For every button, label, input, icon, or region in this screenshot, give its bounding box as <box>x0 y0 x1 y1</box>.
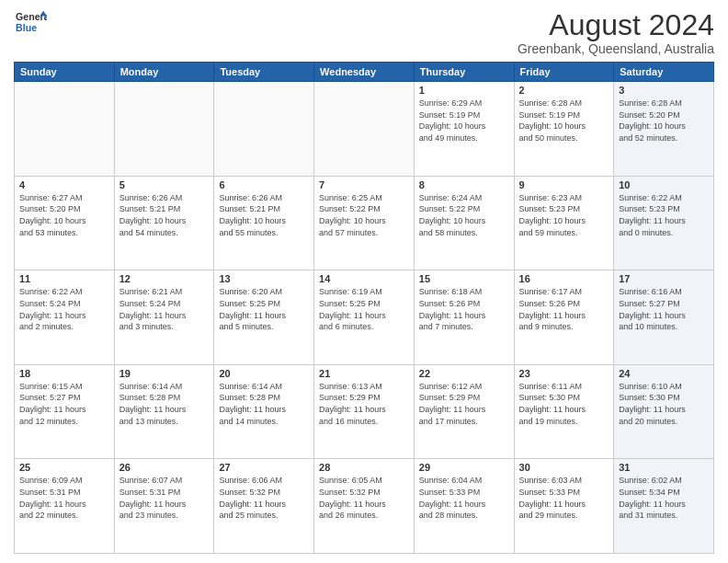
cell-info-text: Sunrise: 6:15 AMSunset: 5:27 PMDaylight:… <box>19 381 109 427</box>
cell-info-text: Sunrise: 6:17 AMSunset: 5:26 PMDaylight:… <box>519 286 609 332</box>
cell-info-text: Sunrise: 6:03 AMSunset: 5:33 PMDaylight:… <box>519 475 609 521</box>
calendar-title: August 2024 <box>518 9 714 41</box>
header-sunday: Sunday <box>15 63 115 82</box>
table-row: 20Sunrise: 6:14 AMSunset: 5:28 PMDayligh… <box>214 364 314 459</box>
cell-date-number: 22 <box>419 368 509 379</box>
week-row-4: 18Sunrise: 6:15 AMSunset: 5:27 PMDayligh… <box>15 364 714 459</box>
header-tuesday: Tuesday <box>214 63 314 82</box>
cell-date-number: 5 <box>119 179 210 190</box>
table-row: 24Sunrise: 6:10 AMSunset: 5:30 PMDayligh… <box>614 364 714 459</box>
cell-info-text: Sunrise: 6:12 AMSunset: 5:29 PMDaylight:… <box>419 381 509 427</box>
weekday-header-row: Sunday Monday Tuesday Wednesday Thursday… <box>15 63 714 82</box>
cell-date-number: 14 <box>319 273 409 284</box>
table-row: 31Sunrise: 6:02 AMSunset: 5:34 PMDayligh… <box>614 459 714 554</box>
cell-date-number: 4 <box>19 179 109 190</box>
cell-date-number: 29 <box>419 462 509 473</box>
table-row: 15Sunrise: 6:18 AMSunset: 5:26 PMDayligh… <box>414 270 514 365</box>
table-row: 7Sunrise: 6:25 AMSunset: 5:22 PMDaylight… <box>314 176 415 270</box>
cell-date-number: 28 <box>319 462 409 473</box>
header-monday: Monday <box>114 63 214 82</box>
table-row: 29Sunrise: 6:04 AMSunset: 5:33 PMDayligh… <box>414 459 514 554</box>
cell-info-text: Sunrise: 6:16 AMSunset: 5:27 PMDaylight:… <box>619 286 709 332</box>
cell-date-number: 20 <box>219 368 309 379</box>
table-row: 12Sunrise: 6:21 AMSunset: 5:24 PMDayligh… <box>114 270 214 365</box>
table-row: 18Sunrise: 6:15 AMSunset: 5:27 PMDayligh… <box>15 364 115 459</box>
table-row: 22Sunrise: 6:12 AMSunset: 5:29 PMDayligh… <box>414 364 514 459</box>
cell-info-text: Sunrise: 6:13 AMSunset: 5:29 PMDaylight:… <box>319 381 409 427</box>
cell-date-number: 9 <box>519 179 609 190</box>
header-saturday: Saturday <box>614 63 714 82</box>
cell-date-number: 11 <box>19 273 109 284</box>
table-row: 10Sunrise: 6:22 AMSunset: 5:23 PMDayligh… <box>614 176 714 270</box>
cell-info-text: Sunrise: 6:21 AMSunset: 5:24 PMDaylight:… <box>119 286 210 332</box>
cell-date-number: 17 <box>619 273 709 284</box>
cell-date-number: 23 <box>519 368 609 379</box>
week-row-3: 11Sunrise: 6:22 AMSunset: 5:24 PMDayligh… <box>15 270 714 365</box>
table-row <box>314 82 415 177</box>
cell-info-text: Sunrise: 6:28 AMSunset: 5:20 PMDaylight:… <box>619 98 709 144</box>
cell-date-number: 8 <box>419 179 509 190</box>
svg-text:Blue: Blue <box>16 22 37 33</box>
table-row: 14Sunrise: 6:19 AMSunset: 5:25 PMDayligh… <box>314 270 415 365</box>
cell-date-number: 10 <box>619 179 709 190</box>
cell-info-text: Sunrise: 6:22 AMSunset: 5:24 PMDaylight:… <box>19 286 109 332</box>
cell-date-number: 7 <box>319 179 409 190</box>
cell-info-text: Sunrise: 6:27 AMSunset: 5:20 PMDaylight:… <box>19 192 109 238</box>
cell-date-number: 30 <box>519 462 609 473</box>
title-block: August 2024 Greenbank, Queensland, Austr… <box>518 9 714 56</box>
cell-info-text: Sunrise: 6:26 AMSunset: 5:21 PMDaylight:… <box>119 192 210 238</box>
table-row: 16Sunrise: 6:17 AMSunset: 5:26 PMDayligh… <box>514 270 614 365</box>
cell-info-text: Sunrise: 6:22 AMSunset: 5:23 PMDaylight:… <box>619 192 709 238</box>
cell-info-text: Sunrise: 6:23 AMSunset: 5:23 PMDaylight:… <box>519 192 609 238</box>
calendar-table: Sunday Monday Tuesday Wednesday Thursday… <box>14 62 714 554</box>
cell-info-text: Sunrise: 6:06 AMSunset: 5:32 PMDaylight:… <box>219 475 309 521</box>
table-row: 30Sunrise: 6:03 AMSunset: 5:33 PMDayligh… <box>514 459 614 554</box>
cell-info-text: Sunrise: 6:10 AMSunset: 5:30 PMDaylight:… <box>619 381 709 427</box>
cell-info-text: Sunrise: 6:02 AMSunset: 5:34 PMDaylight:… <box>619 475 709 521</box>
cell-info-text: Sunrise: 6:20 AMSunset: 5:25 PMDaylight:… <box>219 286 309 332</box>
table-row: 11Sunrise: 6:22 AMSunset: 5:24 PMDayligh… <box>15 270 115 365</box>
cell-date-number: 1 <box>419 85 509 96</box>
cell-info-text: Sunrise: 6:26 AMSunset: 5:21 PMDaylight:… <box>219 192 309 238</box>
table-row: 26Sunrise: 6:07 AMSunset: 5:31 PMDayligh… <box>114 459 214 554</box>
cell-date-number: 27 <box>219 462 309 473</box>
cell-date-number: 18 <box>19 368 109 379</box>
logo: General Blue <box>14 9 47 37</box>
cell-date-number: 12 <box>119 273 210 284</box>
cell-info-text: Sunrise: 6:04 AMSunset: 5:33 PMDaylight:… <box>419 475 509 521</box>
cell-date-number: 13 <box>219 273 309 284</box>
table-row: 23Sunrise: 6:11 AMSunset: 5:30 PMDayligh… <box>514 364 614 459</box>
table-row: 19Sunrise: 6:14 AMSunset: 5:28 PMDayligh… <box>114 364 214 459</box>
logo-icon: General Blue <box>14 9 47 37</box>
cell-date-number: 24 <box>619 368 709 379</box>
cell-info-text: Sunrise: 6:25 AMSunset: 5:22 PMDaylight:… <box>319 192 409 238</box>
table-row <box>214 82 314 177</box>
table-row: 28Sunrise: 6:05 AMSunset: 5:32 PMDayligh… <box>314 459 415 554</box>
table-row: 4Sunrise: 6:27 AMSunset: 5:20 PMDaylight… <box>15 176 115 270</box>
table-row: 9Sunrise: 6:23 AMSunset: 5:23 PMDaylight… <box>514 176 614 270</box>
cell-info-text: Sunrise: 6:14 AMSunset: 5:28 PMDaylight:… <box>219 381 309 427</box>
week-row-1: 1Sunrise: 6:29 AMSunset: 5:19 PMDaylight… <box>15 82 714 177</box>
cell-date-number: 2 <box>519 85 609 96</box>
table-row: 21Sunrise: 6:13 AMSunset: 5:29 PMDayligh… <box>314 364 415 459</box>
header-friday: Friday <box>514 63 614 82</box>
header-thursday: Thursday <box>414 63 514 82</box>
table-row <box>114 82 214 177</box>
cell-date-number: 21 <box>319 368 409 379</box>
cell-info-text: Sunrise: 6:05 AMSunset: 5:32 PMDaylight:… <box>319 475 409 521</box>
table-row: 25Sunrise: 6:09 AMSunset: 5:31 PMDayligh… <box>15 459 115 554</box>
cell-date-number: 31 <box>619 462 709 473</box>
cell-date-number: 3 <box>619 85 709 96</box>
cell-date-number: 15 <box>419 273 509 284</box>
table-row: 2Sunrise: 6:28 AMSunset: 5:19 PMDaylight… <box>514 82 614 177</box>
cell-info-text: Sunrise: 6:28 AMSunset: 5:19 PMDaylight:… <box>519 98 609 144</box>
table-row: 17Sunrise: 6:16 AMSunset: 5:27 PMDayligh… <box>614 270 714 365</box>
table-row <box>15 82 115 177</box>
header: General Blue August 2024 Greenbank, Quee… <box>14 9 714 56</box>
cell-date-number: 16 <box>519 273 609 284</box>
table-row: 3Sunrise: 6:28 AMSunset: 5:20 PMDaylight… <box>614 82 714 177</box>
header-wednesday: Wednesday <box>314 63 415 82</box>
week-row-5: 25Sunrise: 6:09 AMSunset: 5:31 PMDayligh… <box>15 459 714 554</box>
table-row: 27Sunrise: 6:06 AMSunset: 5:32 PMDayligh… <box>214 459 314 554</box>
table-row: 8Sunrise: 6:24 AMSunset: 5:22 PMDaylight… <box>414 176 514 270</box>
